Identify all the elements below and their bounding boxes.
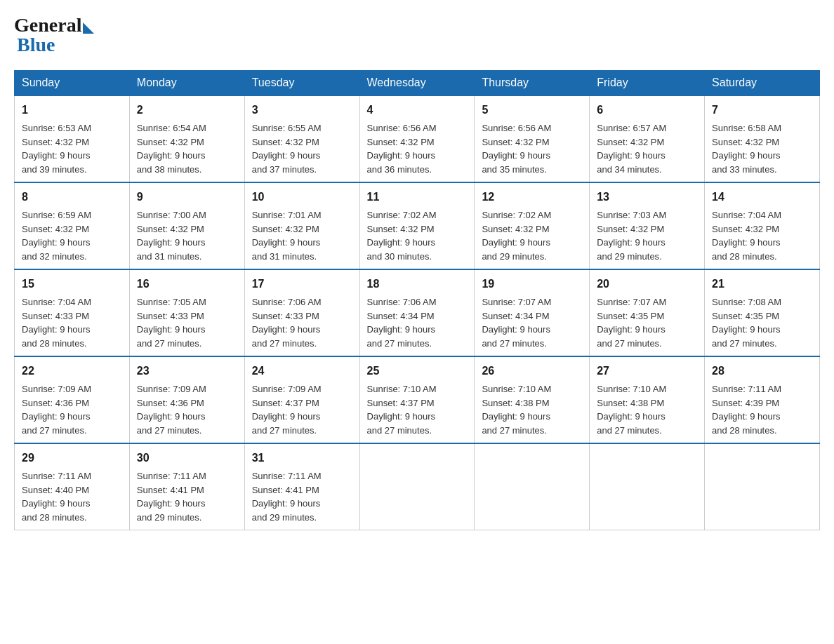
day-number: 24 — [252, 363, 352, 380]
cell-info: Daylight: 9 hours — [22, 149, 122, 163]
cell-info: Sunrise: 7:11 AM — [712, 382, 812, 396]
day-header-thursday: Thursday — [475, 71, 590, 96]
calendar-cell: 29Sunrise: 7:11 AMSunset: 4:40 PMDayligh… — [15, 443, 130, 530]
day-number: 28 — [712, 363, 812, 380]
cell-info: Sunset: 4:39 PM — [712, 396, 812, 410]
cell-info: Sunset: 4:40 PM — [22, 483, 122, 497]
cell-info: Sunset: 4:32 PM — [252, 135, 352, 149]
calendar-cell: 26Sunrise: 7:10 AMSunset: 4:38 PMDayligh… — [475, 356, 590, 443]
calendar-cell: 14Sunrise: 7:04 AMSunset: 4:32 PMDayligh… — [705, 182, 820, 269]
calendar-cell: 31Sunrise: 7:11 AMSunset: 4:41 PMDayligh… — [244, 443, 359, 530]
cell-info: Daylight: 9 hours — [712, 410, 812, 424]
week-row-3: 15Sunrise: 7:04 AMSunset: 4:33 PMDayligh… — [15, 269, 820, 356]
cell-info: Sunrise: 7:08 AM — [712, 295, 812, 309]
calendar-cell: 4Sunrise: 6:56 AMSunset: 4:32 PMDaylight… — [359, 95, 475, 182]
day-number: 16 — [137, 276, 237, 293]
day-number: 23 — [137, 363, 237, 380]
calendar-cell: 3Sunrise: 6:55 AMSunset: 4:32 PMDaylight… — [244, 95, 359, 182]
calendar-cell: 5Sunrise: 6:56 AMSunset: 4:32 PMDaylight… — [475, 95, 590, 182]
cell-info: Sunset: 4:32 PM — [22, 135, 122, 149]
cell-info: and 27 minutes. — [482, 337, 582, 351]
cell-info: Sunset: 4:35 PM — [712, 309, 812, 323]
cell-info: and 30 minutes. — [367, 250, 468, 264]
cell-info: and 27 minutes. — [367, 424, 468, 438]
week-row-1: 1Sunrise: 6:53 AMSunset: 4:32 PMDaylight… — [15, 95, 820, 182]
day-number: 7 — [712, 102, 812, 119]
cell-info: Sunset: 4:41 PM — [252, 483, 352, 497]
cell-info: Sunset: 4:32 PM — [712, 135, 812, 149]
cell-info: Sunrise: 7:04 AM — [712, 208, 812, 222]
day-number: 19 — [482, 276, 582, 293]
cell-info: and 28 minutes. — [712, 424, 812, 438]
day-number: 20 — [597, 276, 697, 293]
cell-info: and 28 minutes. — [22, 511, 122, 525]
cell-info: Sunrise: 7:11 AM — [22, 469, 122, 483]
cell-info: and 29 minutes. — [137, 511, 237, 525]
cell-info: Daylight: 9 hours — [252, 236, 352, 250]
cell-info: and 29 minutes. — [597, 250, 697, 264]
day-header-sunday: Sunday — [15, 71, 130, 96]
cell-info: Sunset: 4:32 PM — [597, 222, 697, 236]
cell-info: Sunset: 4:32 PM — [22, 222, 122, 236]
cell-info: Daylight: 9 hours — [252, 497, 352, 511]
logo-arrow-icon — [83, 22, 94, 34]
calendar-cell: 12Sunrise: 7:02 AMSunset: 4:32 PMDayligh… — [475, 182, 590, 269]
day-header-tuesday: Tuesday — [244, 71, 359, 96]
day-number: 11 — [367, 189, 468, 206]
cell-info: Sunset: 4:36 PM — [22, 396, 122, 410]
cell-info: and 38 minutes. — [137, 163, 237, 177]
cell-info: Daylight: 9 hours — [597, 410, 697, 424]
calendar-cell: 17Sunrise: 7:06 AMSunset: 4:33 PMDayligh… — [244, 269, 359, 356]
cell-info: and 27 minutes. — [137, 424, 237, 438]
cell-info: Sunset: 4:38 PM — [482, 396, 582, 410]
cell-info: and 27 minutes. — [252, 337, 352, 351]
day-number: 5 — [482, 102, 582, 119]
cell-info: Sunrise: 7:04 AM — [22, 295, 122, 309]
day-number: 17 — [252, 276, 352, 293]
cell-info: and 34 minutes. — [597, 163, 697, 177]
cell-info: Daylight: 9 hours — [252, 149, 352, 163]
cell-info: Daylight: 9 hours — [137, 323, 237, 337]
cell-info: Sunset: 4:32 PM — [597, 135, 697, 149]
calendar-cell: 11Sunrise: 7:02 AMSunset: 4:32 PMDayligh… — [359, 182, 475, 269]
cell-info: Sunset: 4:32 PM — [482, 135, 582, 149]
cell-info: Daylight: 9 hours — [482, 149, 582, 163]
cell-info: and 31 minutes. — [137, 250, 237, 264]
day-number: 14 — [712, 189, 812, 206]
day-header-wednesday: Wednesday — [359, 71, 475, 96]
cell-info: Sunset: 4:34 PM — [482, 309, 582, 323]
cell-info: Daylight: 9 hours — [482, 410, 582, 424]
cell-info: Sunrise: 7:07 AM — [597, 295, 697, 309]
day-number: 29 — [22, 450, 122, 467]
cell-info: Daylight: 9 hours — [137, 410, 237, 424]
cell-info: Sunrise: 7:11 AM — [137, 469, 237, 483]
day-number: 2 — [137, 102, 237, 119]
calendar-cell — [705, 443, 820, 530]
cell-info: Sunset: 4:32 PM — [137, 135, 237, 149]
calendar-cell: 21Sunrise: 7:08 AMSunset: 4:35 PMDayligh… — [705, 269, 820, 356]
day-number: 25 — [367, 363, 468, 380]
cell-info: Daylight: 9 hours — [712, 236, 812, 250]
cell-info: Sunrise: 7:02 AM — [367, 208, 468, 222]
day-number: 1 — [22, 102, 122, 119]
page-header: General Blue — [14, 14, 820, 56]
cell-info: Daylight: 9 hours — [482, 236, 582, 250]
day-header-friday: Friday — [590, 71, 705, 96]
cell-info: Sunset: 4:36 PM — [137, 396, 237, 410]
day-number: 10 — [252, 189, 352, 206]
cell-info: Sunrise: 6:53 AM — [22, 121, 122, 135]
calendar-cell: 2Sunrise: 6:54 AMSunset: 4:32 PMDaylight… — [129, 95, 244, 182]
cell-info: Daylight: 9 hours — [252, 323, 352, 337]
cell-info: Sunset: 4:32 PM — [712, 222, 812, 236]
cell-info: Daylight: 9 hours — [137, 497, 237, 511]
cell-info: Sunrise: 6:56 AM — [367, 121, 468, 135]
cell-info: Sunrise: 6:57 AM — [597, 121, 697, 135]
cell-info: and 29 minutes. — [482, 250, 582, 264]
day-number: 27 — [597, 363, 697, 380]
day-number: 22 — [22, 363, 122, 380]
cell-info: Daylight: 9 hours — [137, 149, 237, 163]
calendar-table: SundayMondayTuesdayWednesdayThursdayFrid… — [14, 70, 820, 530]
day-header-monday: Monday — [129, 71, 244, 96]
calendar-cell: 7Sunrise: 6:58 AMSunset: 4:32 PMDaylight… — [705, 95, 820, 182]
logo-blue-text: Blue — [14, 34, 55, 56]
